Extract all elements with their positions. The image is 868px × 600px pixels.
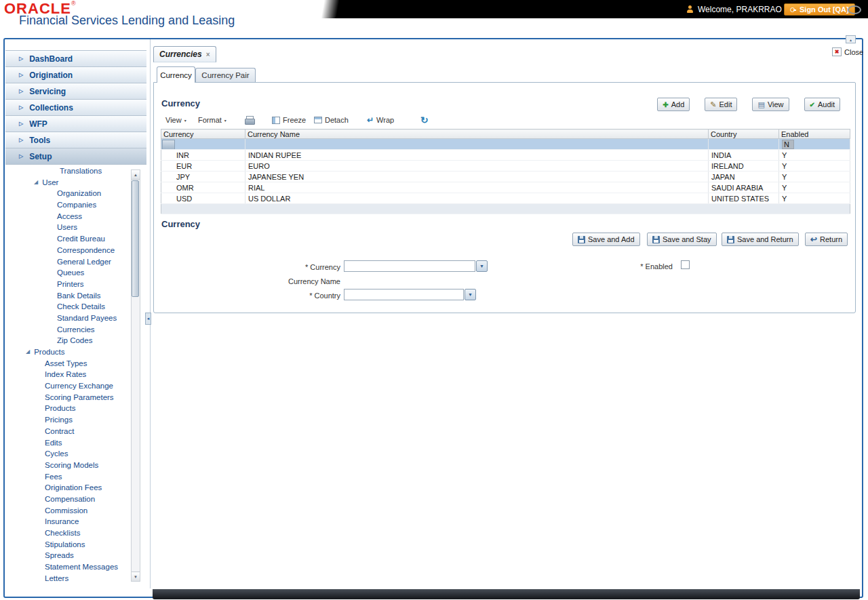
tab-close-icon[interactable]: × <box>206 51 210 58</box>
cell-enabled[interactable]: N <box>779 139 850 150</box>
country-combo-input[interactable] <box>344 289 464 300</box>
wrap-button[interactable]: ↵ Wrap <box>367 113 394 127</box>
currency-combo-dropdown-button[interactable]: ▼ <box>476 260 488 272</box>
save-and-return-button[interactable]: Save and Return <box>722 233 799 246</box>
view-menu-button[interactable]: View ▾ <box>165 113 186 127</box>
tab-currency-pair[interactable]: Currency Pair <box>195 68 256 82</box>
cell-enabled[interactable]: Y <box>779 161 850 172</box>
table-row[interactable]: USD US DOLLAR UNITED STATES Y <box>161 193 850 204</box>
tree-item-pricings[interactable]: Pricings <box>5 414 130 426</box>
sidebar-item-wfp[interactable]: ▷ WFP <box>5 116 146 132</box>
tree-item-scoring-models[interactable]: Scoring Models <box>5 460 130 471</box>
cell-currency-name[interactable]: JAPANESE YEN <box>245 172 709 182</box>
cell-country[interactable]: JAPAN <box>709 172 779 182</box>
return-button[interactable]: ↩ Return <box>805 233 848 246</box>
cell-enabled[interactable]: Y <box>779 182 850 193</box>
tree-item-checklists[interactable]: Checklists <box>5 527 130 539</box>
sidebar-item-dashboard[interactable]: ▷ DashBoard <box>5 51 146 67</box>
col-header-currency-name[interactable]: Currency Name <box>245 129 709 139</box>
tree-item-stipulations[interactable]: Stipulations <box>5 539 130 551</box>
sidebar-item-servicing[interactable]: ▷ Servicing <box>5 83 146 100</box>
scrollbar-down-icon[interactable]: ▼ <box>132 572 140 581</box>
tree-item-products[interactable]: Products <box>5 403 130 414</box>
sidebar-item-origination[interactable]: ▷ Origination <box>5 67 146 83</box>
tree-item-access[interactable]: Access <box>5 211 130 222</box>
detach-button[interactable]: Detach <box>314 113 349 127</box>
welcome-menu[interactable]: Welcome, PRAKRRAO ▼ <box>698 5 790 14</box>
format-menu-button[interactable]: Format ▾ <box>198 113 226 127</box>
tree-expand-icon[interactable]: ◢ <box>26 346 30 358</box>
tree-item-check-details[interactable]: Check Details <box>5 301 130 313</box>
cell-enabled[interactable]: Y <box>779 193 850 204</box>
tree-item-companies[interactable]: Companies <box>5 199 130 211</box>
col-header-currency[interactable]: Currency <box>161 129 245 139</box>
table-row[interactable]: OMR RIAL SAUDI ARABIA Y <box>161 182 850 193</box>
cell-currency-name[interactable]: RIAL <box>245 182 709 193</box>
tree-item-correspondence[interactable]: Correspondence <box>5 245 130 256</box>
tree-item-letters[interactable]: Letters <box>5 573 130 583</box>
tree-item-general-ledger[interactable]: General Ledger <box>5 256 130 268</box>
tab-currency[interactable]: Currency <box>157 66 195 83</box>
cell-currency[interactable]: OMR <box>161 182 245 193</box>
currency-combo-input[interactable] <box>344 260 475 272</box>
tree-item-compensation[interactable]: Compensation <box>5 494 130 505</box>
tree-item-printers[interactable]: Printers <box>5 279 130 290</box>
tree-item-spreads[interactable]: Spreads <box>5 550 130 561</box>
cell-currency[interactable]: INR <box>161 150 245 161</box>
tree-item-fees[interactable]: Fees <box>5 471 130 483</box>
tree-item-scoring-parameters[interactable]: Scoring Parameters <box>5 392 130 403</box>
sidebar-item-setup[interactable]: ▷ Setup <box>5 148 146 165</box>
freeze-button[interactable]: Freeze <box>272 113 306 127</box>
print-button[interactable] <box>245 113 254 127</box>
tree-item-credit-bureau[interactable]: Credit Bureau <box>5 233 130 245</box>
save-and-stay-button[interactable]: Save and Stay <box>647 233 717 246</box>
close-button[interactable]: ✖ Close <box>832 47 863 56</box>
sign-out-button[interactable]: Sign Out [QA] <box>784 3 855 16</box>
panel-collapse-up-button[interactable]: ▴ <box>846 35 856 43</box>
tree-item-statement-messages[interactable]: Statement Messages <box>5 561 130 573</box>
cell-currency-name[interactable] <box>245 139 709 150</box>
tree-item-origination-fees[interactable]: Origination Fees <box>5 482 130 494</box>
edit-button[interactable]: ✎ Edit <box>705 98 737 111</box>
cell-currency[interactable]: USD <box>161 193 245 204</box>
refresh-button[interactable]: ↻ <box>420 113 429 127</box>
cell-country[interactable]: INDIA <box>709 150 779 161</box>
cell-currency-name[interactable]: INDIAN RUPEE <box>245 150 709 161</box>
tree-item-standard-payees[interactable]: Standard Payees <box>5 313 130 324</box>
tree-item-bank-details[interactable]: Bank Details <box>5 290 130 302</box>
cell-enabled[interactable]: Y <box>779 150 850 161</box>
cell-enabled[interactable]: Y <box>779 172 850 182</box>
tree-item-insurance[interactable]: Insurance <box>5 516 130 527</box>
table-row[interactable]: EUR EURO IRELAND Y <box>161 161 850 172</box>
tree-node-products[interactable]: ◢ Products <box>5 346 130 358</box>
enabled-editor[interactable]: N <box>782 140 794 149</box>
cell-currency-name[interactable]: US DOLLAR <box>245 193 709 204</box>
tree-item-asset-types[interactable]: Asset Types <box>5 358 130 369</box>
tree-expand-icon[interactable]: ◢ <box>34 177 38 188</box>
audit-button[interactable]: ✔ Audit <box>804 98 840 111</box>
tab-currencies[interactable]: Currencies × <box>153 46 216 62</box>
table-row[interactable]: JPY JAPANESE YEN JAPAN Y <box>161 172 850 182</box>
tree-item-queues[interactable]: Queues <box>5 267 130 279</box>
col-header-enabled[interactable]: Enabled <box>779 129 850 139</box>
tree-item-users[interactable]: Users <box>5 222 130 233</box>
tree-item-organization[interactable]: Organization <box>5 188 130 199</box>
col-header-country[interactable]: Country <box>709 129 779 139</box>
cell-country[interactable]: UNITED STATES <box>709 193 779 204</box>
cell-currency[interactable]: JPY <box>161 172 245 182</box>
tree-node-user[interactable]: ◢ User <box>5 177 130 188</box>
enabled-checkbox[interactable] <box>681 260 690 269</box>
cell-country[interactable]: SAUDI ARABIA <box>709 182 779 193</box>
sidebar-scrollbar[interactable]: ▲ ▼ <box>131 169 140 582</box>
tree-item-index-rates[interactable]: Index Rates <box>5 369 130 380</box>
cell-country[interactable]: IRELAND <box>709 161 779 172</box>
cell-currency[interactable] <box>161 139 245 150</box>
tree-item-currency-exchange[interactable]: Currency Exchange <box>5 380 130 392</box>
scrollbar-up-icon[interactable]: ▲ <box>132 170 140 180</box>
sidebar-collapse-button[interactable]: ◂ <box>145 313 151 325</box>
tree-item-contract[interactable]: Contract <box>5 426 130 437</box>
table-row-selected[interactable]: N <box>161 139 850 150</box>
cell-currency-name[interactable]: EURO <box>245 161 709 172</box>
tree-item-currencies[interactable]: Currencies <box>5 324 130 336</box>
save-and-add-button[interactable]: Save and Add <box>572 233 640 246</box>
